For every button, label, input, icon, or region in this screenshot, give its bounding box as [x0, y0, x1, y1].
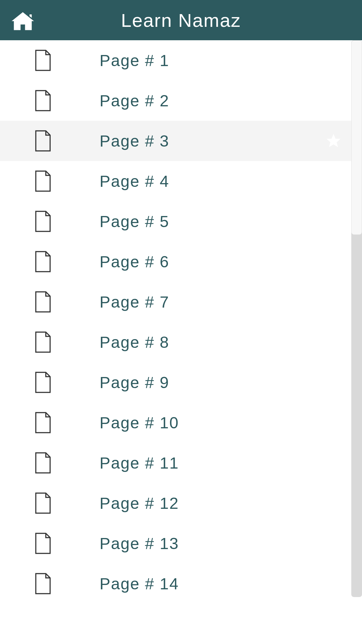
- list-item-page-4[interactable]: Page # 4: [0, 161, 362, 201]
- page-icon: [34, 331, 51, 353]
- page-icon: [34, 291, 51, 313]
- page-label: Page # 3: [100, 132, 169, 150]
- list-item-page-9[interactable]: Page # 9: [0, 362, 362, 402]
- page-icon: [34, 452, 51, 474]
- page-icon: [34, 412, 51, 433]
- content-area: Page # 1 Page # 2 Page # 3 Page # 4 Page…: [0, 40, 362, 644]
- page-label: Page # 8: [100, 333, 169, 352]
- page-label: Page # 10: [100, 414, 179, 432]
- page-icon: [34, 170, 51, 192]
- page-label: Page # 2: [100, 92, 169, 110]
- list-item-page-13[interactable]: Page # 13: [0, 523, 362, 564]
- app-header: Learn Namaz: [0, 0, 362, 40]
- page-icon: [34, 533, 51, 554]
- list-item-page-12[interactable]: Page # 12: [0, 483, 362, 523]
- list-item-page-8[interactable]: Page # 8: [0, 322, 362, 362]
- list-item-page-10[interactable]: Page # 10: [0, 402, 362, 443]
- scrollbar-thumb[interactable]: [351, 40, 362, 235]
- list-item-page-3[interactable]: Page # 3: [0, 121, 362, 161]
- page-label: Page # 14: [100, 575, 179, 593]
- list-item-page-2[interactable]: Page # 2: [0, 80, 362, 121]
- scrollbar-track[interactable]: [351, 40, 362, 597]
- page-label: Page # 1: [100, 51, 169, 70]
- page-icon: [34, 50, 51, 71]
- list-item-page-7[interactable]: Page # 7: [0, 282, 362, 322]
- page-list: Page # 1 Page # 2 Page # 3 Page # 4 Page…: [0, 40, 362, 597]
- list-item-page-5[interactable]: Page # 5: [0, 201, 362, 241]
- page-icon: [34, 211, 51, 232]
- page-icon: [34, 573, 51, 594]
- page-icon: [34, 251, 51, 272]
- list-item-page-11[interactable]: Page # 11: [0, 443, 362, 483]
- page-label: Page # 5: [100, 212, 169, 231]
- page-label: Page # 12: [100, 494, 179, 513]
- star-icon[interactable]: [325, 132, 342, 149]
- page-label: Page # 4: [100, 172, 169, 191]
- page-label: Page # 9: [100, 373, 169, 392]
- list-item-page-14[interactable]: Page # 14: [0, 564, 362, 597]
- page-icon: [34, 492, 51, 514]
- home-icon[interactable]: [9, 9, 36, 33]
- page-title: Learn Namaz: [0, 9, 362, 31]
- list-item-page-6[interactable]: Page # 6: [0, 241, 362, 282]
- page-icon: [34, 90, 51, 111]
- list-item-page-1[interactable]: Page # 1: [0, 40, 362, 80]
- page-label: Page # 7: [100, 293, 169, 311]
- page-label: Page # 13: [100, 534, 179, 553]
- page-label: Page # 11: [100, 454, 179, 472]
- page-icon: [34, 130, 51, 152]
- page-icon: [34, 372, 51, 393]
- page-label: Page # 6: [100, 253, 169, 271]
